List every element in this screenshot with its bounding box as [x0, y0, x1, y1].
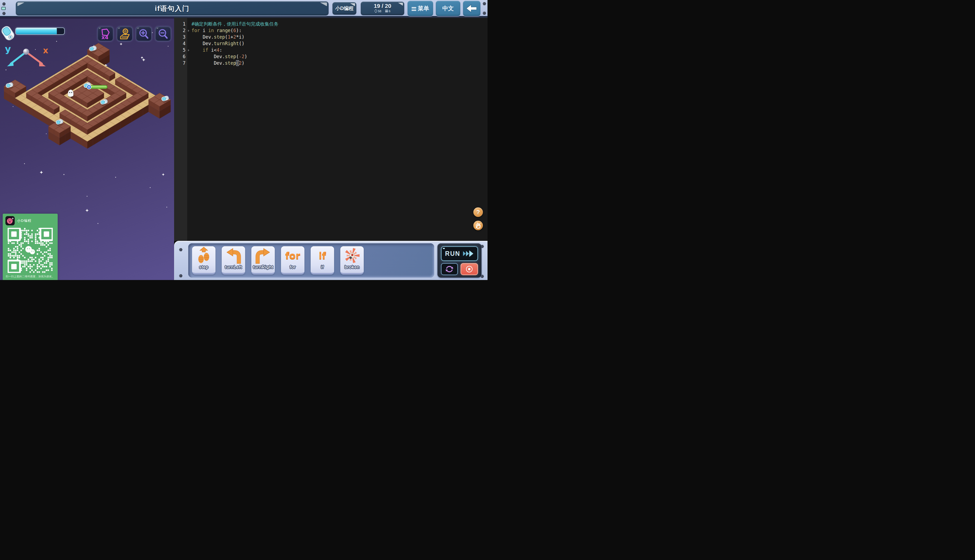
screw-icon [179, 248, 182, 252]
screw-icon [482, 2, 486, 5]
turnLeft-icon [222, 246, 245, 265]
code-token [192, 47, 203, 53]
menu-icon [412, 7, 416, 11]
qr-code [8, 228, 53, 273]
reset-icon [445, 265, 454, 273]
code-line[interactable]: #确定判断条件，使用if语句完成收集任务 [192, 21, 488, 27]
block-button-broken[interactable]: broken [340, 246, 364, 275]
battery-stat-icon [374, 9, 377, 13]
speed-button[interactable]: x4 [97, 27, 114, 41]
block-label: step [192, 265, 215, 270]
zoom-out-button[interactable] [155, 27, 171, 41]
code-token: + [230, 34, 233, 40]
run-button[interactable]: RUN [441, 246, 478, 261]
block-label: broken [340, 265, 364, 270]
energy-bar [87, 85, 107, 89]
block-button-for[interactable]: forfor [281, 246, 304, 275]
game-viewport[interactable]: y x x4 [0, 17, 174, 280]
brand-button[interactable]: 小D编程 [332, 2, 356, 15]
block-button-if[interactable]: ifif [311, 246, 334, 275]
code-line[interactable]: if i<4: [192, 47, 488, 53]
robot-character [68, 90, 73, 98]
code-token: () [239, 41, 244, 46]
code-token: Dev. [192, 60, 225, 66]
code-token: #确定判断条件，使用if语句完成收集任务 [192, 21, 279, 27]
code-token: in [208, 28, 214, 33]
block-toolbar: step turnLeft turnRightforforifif broken… [174, 241, 488, 280]
reset-button[interactable] [441, 263, 458, 275]
run-panel: RUN [437, 243, 481, 278]
block-label: turnLeft [222, 265, 245, 270]
code-token: ) [242, 60, 244, 66]
qr-app-name: 小D编程 [17, 218, 31, 223]
broken-icon [340, 246, 364, 265]
code-token: ) [245, 54, 247, 59]
stop-button[interactable] [461, 263, 478, 275]
axis-indicator: y x [2, 41, 51, 71]
gesture-toggle-button[interactable] [473, 221, 483, 230]
block-button-turnLeft[interactable]: turnLeft [222, 246, 245, 275]
code-token: 1 [228, 34, 230, 40]
screw-icon [2, 2, 6, 6]
back-button[interactable] [463, 1, 481, 16]
screw-icon [2, 12, 6, 15]
code-token: ( [236, 60, 239, 66]
code-token: for [192, 28, 200, 33]
code-token: i< [208, 47, 217, 53]
code-token: step [225, 60, 236, 66]
code-line[interactable]: Dev.turnRight() [192, 40, 488, 47]
line-number: 3 [174, 34, 187, 40]
code-token: 6 [234, 28, 236, 33]
line-number: 2 [174, 27, 187, 34]
block-button-step[interactable]: step [192, 246, 215, 275]
svg-text:x4: x4 [102, 34, 108, 40]
minimap-button[interactable] [117, 27, 133, 41]
code-token: step [214, 34, 225, 40]
code-editor[interactable]: 1234567 #确定判断条件，使用if语句完成收集任务for i in ran… [174, 17, 488, 241]
code-token: ( [236, 54, 239, 59]
code-line[interactable]: Dev.step(1+2*i) [192, 34, 488, 40]
menu-button[interactable]: 菜单 [407, 1, 433, 16]
code-token: Dev. [192, 54, 225, 59]
menu-label: 菜单 [418, 5, 429, 12]
app-avatar [5, 216, 15, 225]
line-number: 4 [174, 40, 187, 47]
editor-code[interactable]: #确定判断条件，使用if语句完成收集任务for i in range(6): D… [187, 18, 488, 241]
y-axis-label: y [5, 43, 11, 54]
top-bar: if语句入门 小D编程 19 / 20 58 6 菜单 中文 [0, 0, 488, 17]
level-stats: 58 6 [361, 10, 404, 13]
for-icon: for [281, 246, 304, 265]
y-axis-arrow [7, 53, 25, 66]
if-icon: if [311, 246, 334, 265]
level-progress-button[interactable]: 19 / 20 58 6 [361, 2, 404, 15]
code-token: Dev. [192, 34, 214, 40]
battery-hud-icon [0, 25, 15, 42]
stop-icon [466, 266, 472, 272]
code-line[interactable]: for i in range(6): [192, 27, 488, 34]
code-token: -2 [239, 54, 244, 59]
back-arrow-icon [466, 4, 477, 13]
steps-stat-icon [385, 10, 388, 12]
screw-icon [179, 274, 182, 278]
block-label: if [311, 265, 334, 270]
fold-marker-icon[interactable] [188, 49, 189, 52]
code-line[interactable]: Dev.step(2) [192, 60, 488, 66]
turnRight-icon [251, 246, 275, 265]
steps-stat-value: 6 [389, 10, 391, 13]
code-token: range [217, 28, 230, 33]
code-line[interactable]: Dev.step(-2) [192, 53, 488, 60]
block-button-turnRight[interactable]: turnRight [251, 246, 275, 275]
page-title: if语句入门 [16, 4, 329, 13]
qr-panel: 小D编程 扫一扫上面的二维码图案，加我为朋友。 [3, 214, 58, 280]
screw-icon [482, 12, 486, 15]
help-button[interactable]: ? [473, 207, 483, 217]
fold-marker-icon[interactable] [188, 30, 189, 32]
language-button[interactable]: 中文 [436, 1, 460, 16]
block-label: turnRight [251, 265, 275, 270]
hand-icon [473, 221, 483, 230]
qr-caption: 扫一扫上面的二维码图案，加我为朋友。 [3, 275, 58, 278]
collect-progress-bar [15, 27, 65, 35]
line-number: 7 [174, 60, 187, 66]
code-token [214, 28, 217, 33]
zoom-in-button[interactable] [136, 27, 152, 41]
